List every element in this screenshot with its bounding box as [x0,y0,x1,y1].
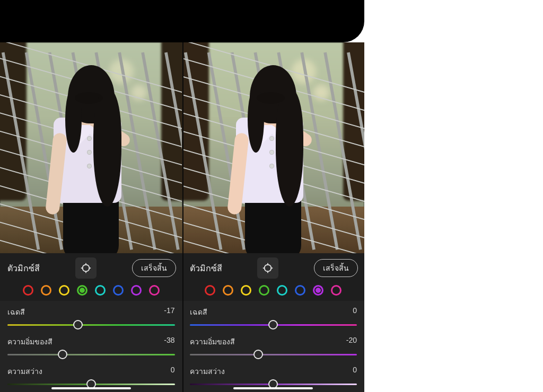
swatch-magenta[interactable] [331,285,341,296]
panel-right: ตัวมิกซ์สีเสร็จสิ้นเฉดสี0ความอิ่มของสี-2… [182,42,365,392]
sliders-group: เฉดสี-17ความอิ่มของสี-38ความสว่าง0 [0,301,182,392]
done-button[interactable]: เสร็จสิ้น [132,259,176,277]
slider-sat: ความอิ่มของสี-38 [7,332,175,358]
photo-scene [182,42,365,253]
swatch-orange[interactable] [223,285,233,296]
slider-knob[interactable] [268,320,278,329]
slider-knob[interactable] [253,350,263,359]
slider-track[interactable] [7,321,175,328]
slider-label: ความสว่าง [7,366,42,377]
slider-value: 0 [171,366,175,377]
slider-value: 0 [353,306,357,318]
preview-image[interactable] [0,42,182,253]
slider-track[interactable] [190,321,357,328]
device-notch [0,0,364,42]
slider-label: เฉดสี [190,306,207,318]
slider-knob[interactable] [73,320,83,329]
color-swatch-row [0,283,182,301]
swatch-red[interactable] [205,285,215,296]
swatch-yellow[interactable] [241,285,251,296]
slider-track[interactable] [7,351,175,358]
editor-panels: ตัวมิกซ์สีเสร็จสิ้นเฉดสี-17ความอิ่มของสี… [0,42,364,392]
swatch-green[interactable] [259,285,269,296]
slider-value: -38 [164,336,174,348]
color-swatch-row [182,283,365,301]
swatch-blue[interactable] [295,285,305,296]
targeted-adjust-button[interactable] [257,257,278,279]
photo-scene [0,42,182,253]
slider-value: -20 [346,336,357,348]
targeted-adjust-button[interactable] [75,257,97,279]
slider-hue: เฉดสี-17 [7,302,175,328]
swatch-purple[interactable] [131,285,142,296]
svg-point-47 [265,265,272,272]
home-indicator[interactable] [51,387,131,389]
slider-sat: ความอิ่มของสี-20 [190,332,357,358]
slider-value: 0 [353,366,357,377]
color-mix-toolbar: ตัวมิกซ์สีเสร็จสิ้น [0,253,182,283]
slider-track[interactable] [190,351,357,358]
slider-track[interactable] [190,380,357,388]
target-icon [262,262,274,274]
swatch-magenta[interactable] [149,285,160,296]
done-button[interactable]: เสร็จสิ้น [314,259,358,277]
svg-point-21 [82,265,89,272]
slider-hue: เฉดสี0 [190,302,357,328]
slider-label: ความสว่าง [190,366,225,377]
color-mix-toolbar: ตัวมิกซ์สีเสร็จสิ้น [182,253,365,283]
swatch-purple[interactable] [313,285,323,296]
tool-title: ตัวมิกซ์สี [190,262,222,275]
panel-left: ตัวมิกซ์สีเสร็จสิ้นเฉดสี-17ความอิ่มของสี… [0,42,182,392]
target-icon [80,262,92,274]
slider-label: เฉดสี [7,306,25,318]
slider-knob[interactable] [58,350,67,359]
tool-title: ตัวมิกซ์สี [7,262,40,275]
swatch-orange[interactable] [41,285,51,296]
swatch-red[interactable] [23,285,33,296]
sliders-group: เฉดสี0ความอิ่มของสี-20ความสว่าง0 [182,301,365,392]
slider-lum: ความสว่าง0 [190,361,357,388]
slider-label: ความอิ่มของสี [7,336,52,348]
swatch-aqua[interactable] [277,285,287,296]
slider-lum: ความสว่าง0 [7,361,175,388]
swatch-green[interactable] [77,285,87,296]
slider-track[interactable] [7,380,175,388]
swatch-aqua[interactable] [95,285,106,296]
swatch-yellow[interactable] [59,285,69,296]
slider-value: -17 [164,306,174,318]
slider-label: ความอิ่มของสี [190,336,235,348]
swatch-blue[interactable] [113,285,124,296]
home-indicator[interactable] [233,387,313,389]
preview-image[interactable] [182,42,365,253]
